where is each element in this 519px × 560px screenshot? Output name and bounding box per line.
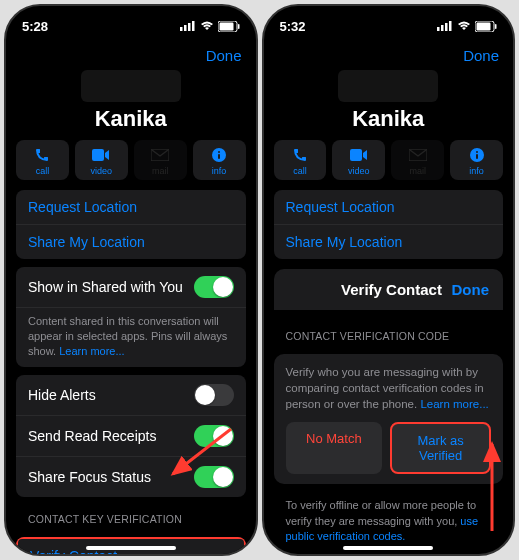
contact-actions: call video mail info <box>6 140 256 180</box>
hide-alerts-row[interactable]: Hide Alerts <box>16 375 246 416</box>
shared-hint: Content shared in this conversation will… <box>16 308 246 367</box>
action-label: call <box>293 166 307 176</box>
svg-rect-19 <box>495 24 497 29</box>
signal-icon <box>180 21 196 31</box>
video-icon <box>350 146 368 164</box>
sheet-header: Verify Contact Done <box>274 269 504 310</box>
info-button[interactable]: info <box>450 140 503 180</box>
phone-icon <box>34 146 50 164</box>
battery-icon <box>218 21 240 32</box>
mail-icon <box>409 146 427 164</box>
action-label: mail <box>152 166 169 176</box>
focus-toggle[interactable] <box>194 466 234 488</box>
svg-rect-24 <box>476 154 478 159</box>
done-button[interactable]: Done <box>206 47 242 64</box>
call-button[interactable]: call <box>274 140 327 180</box>
learn-more-link[interactable]: Learn more... <box>59 345 124 357</box>
contact-name: Kanika <box>264 106 514 132</box>
svg-rect-7 <box>92 149 104 161</box>
wifi-icon <box>457 21 471 31</box>
wifi-icon <box>200 21 214 31</box>
receipts-toggle[interactable] <box>194 425 234 447</box>
video-button[interactable]: video <box>332 140 385 180</box>
share-location-button[interactable]: Share My Location <box>16 225 246 259</box>
shared-toggle[interactable] <box>194 276 234 298</box>
phone-left: 5:28 Done Kanika call video <box>4 4 258 556</box>
video-button[interactable]: video <box>75 140 128 180</box>
sheet-done-button[interactable]: Done <box>452 281 490 298</box>
share-location-button[interactable]: Share My Location <box>274 225 504 259</box>
action-label: info <box>469 166 484 176</box>
svg-rect-1 <box>184 25 187 31</box>
row-label: Send Read Receipts <box>28 428 156 444</box>
call-button[interactable]: call <box>16 140 69 180</box>
avatar-redacted <box>81 70 181 102</box>
svg-rect-6 <box>238 24 240 29</box>
no-match-button[interactable]: No Match <box>286 422 383 474</box>
action-label: info <box>212 166 227 176</box>
mail-icon <box>151 146 169 164</box>
location-section: Request Location Share My Location <box>274 190 504 259</box>
info-icon <box>469 146 485 164</box>
svg-rect-15 <box>445 23 448 31</box>
home-indicator[interactable] <box>343 546 433 550</box>
svg-rect-20 <box>350 149 362 161</box>
below-text: To verify offline or allow more people t… <box>264 492 514 550</box>
status-time: 5:32 <box>280 19 306 34</box>
send-receipts-row[interactable]: Send Read Receipts <box>16 416 246 457</box>
nav-bar: Done <box>6 40 256 70</box>
location-section: Request Location Share My Location <box>16 190 246 259</box>
action-label: mail <box>409 166 426 176</box>
video-icon <box>92 146 110 164</box>
notch <box>348 12 428 34</box>
row-label: Share Focus Status <box>28 469 151 485</box>
notch <box>91 12 171 34</box>
contact-name: Kanika <box>6 106 256 132</box>
action-label: video <box>348 166 370 176</box>
signal-icon <box>437 21 453 31</box>
action-label: call <box>36 166 50 176</box>
shared-section: Show in Shared with You Content shared i… <box>16 267 246 367</box>
done-button[interactable]: Done <box>463 47 499 64</box>
svg-rect-16 <box>449 21 452 31</box>
svg-rect-0 <box>180 27 183 31</box>
status-time: 5:28 <box>22 19 48 34</box>
info-icon <box>211 146 227 164</box>
card-text: Verify who you are messaging with by com… <box>286 364 492 412</box>
avatar-redacted <box>338 70 438 102</box>
svg-rect-11 <box>218 154 220 159</box>
home-indicator[interactable] <box>86 546 176 550</box>
request-location-button[interactable]: Request Location <box>274 190 504 225</box>
status-icons <box>437 21 497 32</box>
hide-alerts-toggle[interactable] <box>194 384 234 406</box>
svg-point-23 <box>476 151 478 153</box>
verification-buttons: No Match Mark as Verified <box>286 422 492 474</box>
svg-point-10 <box>218 151 220 153</box>
mail-button: mail <box>391 140 444 180</box>
svg-rect-3 <box>192 21 195 31</box>
nav-bar: Done <box>264 40 514 70</box>
action-label: video <box>91 166 113 176</box>
status-icons <box>180 21 240 32</box>
sheet-title: Verify Contact <box>341 281 442 298</box>
mark-verified-button[interactable]: Mark as Verified <box>390 422 491 474</box>
phone-right: 5:32 Done Kanika call video <box>262 4 516 556</box>
settings-section: Hide Alerts Send Read Receipts Share Foc… <box>16 375 246 497</box>
share-focus-row[interactable]: Share Focus Status <box>16 457 246 497</box>
contact-key-header: CONTACT KEY VERIFICATION <box>6 505 256 529</box>
mail-button: mail <box>134 140 187 180</box>
svg-rect-5 <box>219 22 233 30</box>
code-header: CONTACT VERIFICATION CODE <box>264 322 514 346</box>
verification-card: Verify who you are messaging with by com… <box>274 354 504 484</box>
svg-rect-14 <box>441 25 444 31</box>
info-button[interactable]: info <box>193 140 246 180</box>
learn-more-link[interactable]: Learn more... <box>420 398 488 410</box>
request-location-button[interactable]: Request Location <box>16 190 246 225</box>
row-label: Hide Alerts <box>28 387 96 403</box>
battery-icon <box>475 21 497 32</box>
svg-rect-2 <box>188 23 191 31</box>
svg-rect-13 <box>437 27 440 31</box>
show-in-shared-row[interactable]: Show in Shared with You <box>16 267 246 308</box>
svg-rect-18 <box>477 22 491 30</box>
phone-icon <box>292 146 308 164</box>
